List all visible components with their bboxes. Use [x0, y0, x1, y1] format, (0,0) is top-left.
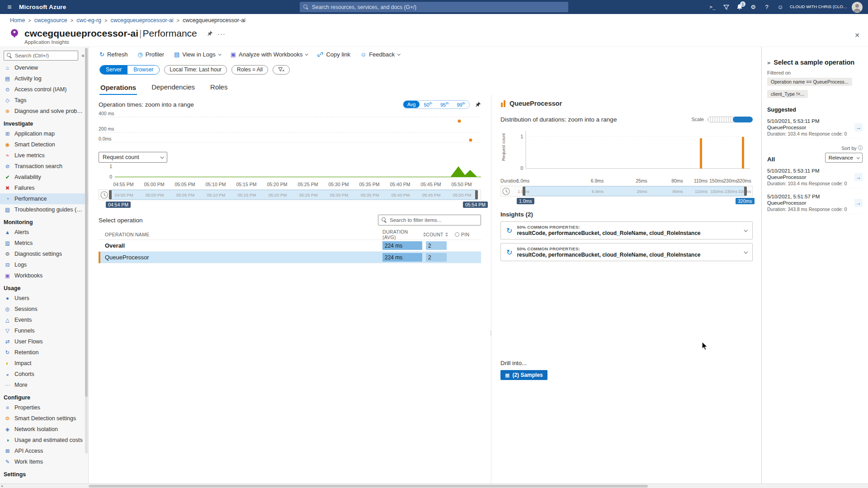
- sidebar-item-alerts[interactable]: ▲Alerts: [0, 227, 88, 238]
- sidebar-item-metrics[interactable]: ▥Metrics: [0, 238, 88, 249]
- sidebar-item-application-map[interactable]: ⊞Application map: [0, 128, 88, 139]
- table-row-queueprocessor[interactable]: QueueProcessor 224 ms 2: [99, 252, 481, 263]
- sidebar-item-access-control[interactable]: ⊙Access control (IAM): [0, 84, 88, 95]
- open-sample-arrow-icon[interactable]: →: [854, 199, 863, 207]
- pin-chart-icon[interactable]: [475, 102, 481, 108]
- scatter-point-103ms[interactable]: [469, 139, 472, 142]
- operation-filter-input[interactable]: [390, 217, 477, 223]
- sidebar-item-properties[interactable]: ≡Properties: [0, 402, 88, 413]
- refresh-button[interactable]: ↻Refresh: [99, 51, 127, 58]
- feedback-smiley-icon[interactable]: ☺: [774, 0, 787, 14]
- brush-handle-right[interactable]: [744, 187, 747, 196]
- breadcrumb-item[interactable]: cwc-eg-rg: [76, 17, 101, 23]
- chevron-down-icon[interactable]: [744, 228, 747, 232]
- sidebar-item-logs[interactable]: ⊟Logs: [0, 259, 88, 270]
- sidebar-item-troubleshooting-guides[interactable]: ▧Troubleshooting guides (previ...: [0, 204, 88, 215]
- sidebar-item-usage-costs[interactable]: ◑Usage and estimated costs: [0, 435, 88, 446]
- percentile-50th[interactable]: 50th: [420, 100, 436, 108]
- percentile-99th[interactable]: 99th: [453, 100, 469, 108]
- sidebar-item-tags[interactable]: ◇Tags: [0, 95, 88, 106]
- avatar[interactable]: [852, 2, 863, 13]
- sidebar-item-diagnostic-settings[interactable]: ⚙Diagnostic settings: [0, 249, 88, 259]
- sidebar-item-network-isolation[interactable]: ◈Network Isolation: [0, 424, 88, 435]
- reset-filters-pill[interactable]: [273, 65, 290, 75]
- view-in-logs-button[interactable]: ▤View in Logs: [174, 51, 221, 58]
- tab-operations[interactable]: Operations: [99, 82, 137, 95]
- collapse-panel-icon[interactable]: »: [767, 59, 770, 66]
- sidebar-item-user-flows[interactable]: ⇄User Flows: [0, 336, 88, 347]
- column-resize-handle[interactable]: ⋮: [488, 330, 494, 336]
- scroll-left-arrow-icon[interactable]: ◂: [1, 484, 3, 488]
- column-duration[interactable]: DURATION (AVG): [382, 229, 426, 240]
- duration-range-brush[interactable]: 1.0ms 6.9ms 25ms 80ms 110ms 150ms 230ms …: [500, 186, 753, 197]
- sidebar-item-retention[interactable]: ↻Retention: [0, 347, 88, 358]
- breadcrumb-home[interactable]: Home: [10, 17, 25, 23]
- help-icon[interactable]: ?: [760, 0, 774, 14]
- scrollbar-thumb[interactable]: [89, 485, 648, 488]
- sidebar-item-api-access[interactable]: ⊠API Access: [0, 446, 88, 456]
- tab-dependencies[interactable]: Dependencies: [151, 81, 196, 95]
- tab-roles[interactable]: Roles: [209, 81, 228, 95]
- sidebar-search-input[interactable]: [15, 53, 75, 58]
- suggested-sample-item[interactable]: 5/10/2021, 5:53:11 PM QueueProcessor Dur…: [767, 117, 863, 139]
- feedback-button[interactable]: ☺Feedback: [360, 51, 400, 58]
- sidebar-item-activity-log[interactable]: ▤Activity log: [0, 73, 88, 84]
- histogram-bar-320ms[interactable]: [742, 137, 744, 169]
- directory-filter-icon[interactable]: [719, 0, 733, 14]
- sidebar-item-smart-detection-settings[interactable]: ⚙Smart Detection settings: [0, 413, 88, 424]
- metric-selector-dropdown[interactable]: Request count: [99, 152, 167, 163]
- profiler-button[interactable]: ◷Profiler: [137, 51, 164, 58]
- sidebar-item-more[interactable]: ···More: [0, 380, 88, 390]
- breadcrumb-item[interactable]: cwcegsource: [34, 17, 67, 23]
- scale-toggle[interactable]: [708, 117, 753, 122]
- settings-gear-icon[interactable]: ⚙: [746, 0, 760, 14]
- sample-item[interactable]: 5/10/2021, 5:53:11 PM QueueProcessor Dur…: [767, 166, 863, 188]
- more-icon[interactable]: ···: [217, 30, 226, 38]
- samples-button[interactable]: ▦ (2) Samples: [500, 370, 547, 380]
- copy-link-button[interactable]: Copy link: [317, 51, 350, 58]
- chevron-down-icon[interactable]: [744, 250, 747, 253]
- time-range-brush[interactable]: 04:55 PM 05:00 PM 05:05 PM 05:10 PM 05:1…: [99, 189, 481, 200]
- sidebar-item-cohorts[interactable]: ◒Cohorts: [0, 369, 88, 380]
- pin-icon[interactable]: [207, 31, 213, 37]
- sidebar-item-transaction-search[interactable]: ⊘Transaction search: [0, 161, 88, 172]
- insight-card[interactable]: ↻ 50% COMMON PROPERTIES: resultCode, per…: [500, 221, 753, 239]
- sidebar-item-impact[interactable]: ◐Impact: [0, 358, 88, 369]
- open-sample-arrow-icon[interactable]: →: [854, 173, 863, 181]
- browser-toggle[interactable]: Browser: [127, 66, 159, 74]
- column-count[interactable]: COUNT: [426, 232, 455, 237]
- sidebar-item-workbooks[interactable]: ▣Workbooks: [0, 270, 88, 281]
- time-range-pill[interactable]: Local Time: Last hour: [164, 65, 227, 75]
- percentile-avg[interactable]: Avg: [403, 101, 420, 108]
- sidebar-item-smart-detection[interactable]: ◉Smart Detection: [0, 139, 88, 150]
- server-toggle[interactable]: Server: [100, 66, 127, 74]
- scatter-point-343ms[interactable]: [458, 120, 461, 123]
- global-search-input[interactable]: [312, 4, 565, 10]
- sidebar-item-availability[interactable]: ✔Availability: [0, 172, 88, 183]
- roles-pill[interactable]: Roles = All: [231, 65, 268, 75]
- analyze-with-workbooks-button[interactable]: ▣Analyze with Workbooks: [231, 51, 308, 58]
- sidebar-item-live-metrics[interactable]: ≈Live metrics: [0, 150, 88, 161]
- sidebar-item-events[interactable]: △Events: [0, 314, 88, 325]
- azure-logo[interactable]: Microsoft Azure: [19, 4, 66, 10]
- histogram-bar-110ms[interactable]: [700, 138, 702, 169]
- hamburger-menu-icon[interactable]: ≡: [0, 0, 19, 14]
- brush-handle-left[interactable]: [523, 187, 525, 196]
- filter-chip-client-type[interactable]: client_Type !=...: [767, 90, 808, 98]
- brush-handle-right[interactable]: [475, 190, 478, 199]
- sidebar-scrollbar[interactable]: [85, 48, 88, 454]
- sidebar-item-performance[interactable]: ◔Performance: [0, 193, 88, 204]
- breadcrumb-item[interactable]: cwcegqueueprocessor-ai: [110, 17, 173, 23]
- sample-item[interactable]: 5/10/2021, 5:51:57 PM QueueProcessor Dur…: [767, 192, 863, 214]
- notifications-bell-icon[interactable]: 1: [733, 0, 746, 14]
- table-row-overall[interactable]: Overall 224 ms 2: [99, 240, 481, 252]
- sidebar-item-funnels[interactable]: ▽Funnels: [0, 325, 88, 336]
- open-sample-arrow-icon[interactable]: →: [854, 123, 863, 131]
- duration-distribution-chart[interactable]: Request count 1 0: [500, 126, 753, 175]
- sidebar-item-sessions[interactable]: ◎Sessions: [0, 304, 88, 314]
- sidebar-item-overview[interactable]: ⌂Overview: [0, 62, 88, 73]
- filter-chip-operation-name[interactable]: Operation name == QueueProcess...: [767, 78, 852, 86]
- sidebar-item-failures[interactable]: ✖Failures: [0, 183, 88, 193]
- sort-dropdown[interactable]: Relevance: [825, 153, 863, 163]
- sidebar-item-users[interactable]: ●Users: [0, 293, 88, 304]
